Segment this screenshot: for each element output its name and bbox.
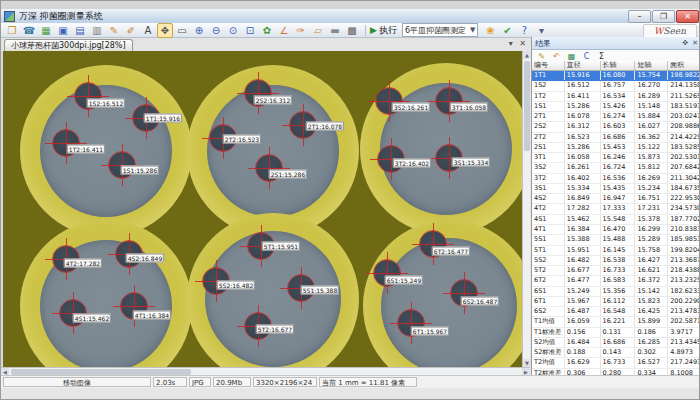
table-cell: 3.9717 [668,328,700,337]
help-dropdown-icon[interactable]: ▾ [533,23,549,38]
erase-icon[interactable]: ▬ [327,23,343,38]
run-group[interactable]: ▶ 执行 [370,24,397,37]
sum-icon[interactable]: Σ [595,51,608,62]
select-region-icon[interactable]: ▭ [174,23,190,38]
maximize-button[interactable]: ❐ [652,10,675,23]
scroll-up-icon[interactable]: ▲ [523,51,531,59]
table-row[interactable]: 5T216.67716.73316.621218.4388 [532,266,700,276]
text-label-icon[interactable]: A [140,23,156,38]
print-icon[interactable]: ▥ [89,23,105,38]
acquire-icon[interactable]: ☎ [21,23,37,38]
table-row[interactable]: 4T116.38416.47016.299210.8383 [532,225,700,235]
measure-angle-icon[interactable]: ∠ [276,23,292,38]
table-row[interactable]: 2S216.31216.60316.027208.9886 [532,122,700,132]
table-cell: 6T2 [532,276,565,285]
table-cell: 16.733 [601,358,636,367]
table-row[interactable]: T1均值16.05916.22115.899202.5871 [532,317,700,327]
table-row[interactable]: T1标准差0.1560.1310.1863.9717 [532,328,700,338]
save-all-icon[interactable]: ▤ [72,23,88,38]
run-button-label[interactable]: 执行 [379,24,397,37]
table-cell: 5T2 [532,266,565,275]
vscroll-thumb[interactable] [524,61,530,151]
measurement-label: 6T2:16.477 [432,247,470,256]
results-table[interactable]: 编号直径长轴短轴面积1T115.91616.08015.754198.98221… [532,61,700,375]
table-row[interactable]: 1T216.41116.53416.289211.5265 [532,92,700,102]
export-excel-icon[interactable]: ▦ [565,51,578,62]
table-row[interactable]: 2T116.07816.27415.884203.0247 [532,112,700,122]
pin-icon[interactable]: ✜ [682,39,688,47]
confirm-icon[interactable]: ✔ [499,23,515,38]
undo-icon[interactable]: ↶ [550,51,563,62]
picker-icon[interactable]: ✿ [259,23,275,38]
horizontal-scrollbar[interactable]: ◀ ▶ [1,367,530,375]
measure-mode-select[interactable]: 6平皿抑菌圈测定 ▼ [402,23,478,37]
table-row[interactable]: 3T216.40216.53616.269211.3042 [532,174,700,184]
measurement-label: 1S1:15.286 [121,166,159,175]
table-row[interactable]: 6S115.24915.35615.142182.6233 [532,287,700,297]
open-image-icon[interactable]: ❐ [4,23,20,38]
table-cell: 187.7702 [668,215,700,224]
table-row[interactable]: T2均值16.62916.73316.527217.2493 [532,358,700,368]
table-cell: 16.523 [565,133,601,142]
measurement-label: 2S2:16.312 [254,96,292,105]
calibrate-icon[interactable]: ▱ [310,23,326,38]
draw-icon[interactable]: ✐ [123,23,139,38]
table-row[interactable]: 1S115.28615.42615.148183.5193 [532,102,700,112]
table-cell: 15.234 [635,184,668,193]
table-row[interactable]: 2S115.28615.45315.122183.5285 [532,143,700,153]
table-row[interactable]: 4S216.84916.94716.751222.9530 [532,194,700,204]
edit-pencil-icon[interactable]: ✎ [106,23,122,38]
table-cell: S2均值 [532,338,565,347]
image-canvas[interactable]: 1S2:16.5121T1:15.9161T2:16.4111S1:15.286… [1,51,522,367]
save-icon[interactable]: ▣ [55,23,71,38]
table-cell: 15.142 [635,287,668,296]
table-cell: 15.812 [635,163,668,172]
table-row[interactable]: 2T216.52316.68616.362214.4225 [532,133,700,143]
table-row[interactable]: 3S216.26116.72415.812207.6842 [532,163,700,173]
panel-close-icon[interactable]: ✕ [692,39,698,47]
scroll-down-icon[interactable]: ▼ [523,359,531,367]
table-row[interactable]: 4T217.28217.33317.231234.5730 [532,204,700,214]
table-row[interactable]: 3S115.33415.43515.234184.6735 [532,184,700,194]
measurement-label: 4T2:17.282 [64,259,102,268]
table-row[interactable]: 1T115.91616.08015.754198.9822 [532,71,700,81]
vertical-scrollbar[interactable]: ▲ ▼ [522,51,530,367]
measurement-label: 6S2:16.487 [461,297,499,306]
table-row[interactable]: 5T115.95116.14515.758199.8204 [532,246,700,256]
mark-icon[interactable]: ✎ [535,51,548,62]
table-row[interactable]: 5S115.38815.48815.289185.9853 [532,235,700,245]
clear-icon[interactable]: C [580,51,593,62]
table-cell: S2标准差 [532,348,565,357]
grid-icon[interactable]: ▩ [344,23,360,38]
measurement-label: 4S2:16.849 [126,254,164,263]
table-cell: 207.6842 [668,163,700,172]
zoom-actual-icon[interactable]: ⊙ [225,23,241,38]
table-cell: 16.686 [601,338,636,347]
table-row[interactable]: S2均值16.48416.68616.285213.4345 [532,338,700,348]
zoom-in-icon[interactable]: ⊕ [191,23,207,38]
tab-list-icon[interactable]: ▾ [509,39,513,48]
table-cell: 15.378 [635,215,668,224]
zoom-out-icon[interactable]: ⊖ [208,23,224,38]
minimize-button[interactable]: – [628,10,651,23]
table-cell: 16.629 [565,358,601,367]
table-cell: 16.677 [565,266,601,275]
tab-close-icon[interactable]: ✕ [519,39,526,48]
table-row[interactable]: S2标准差0.1880.1430.3024.8973 [532,348,700,358]
pan-hand-icon[interactable]: ✥ [157,23,173,38]
table-row[interactable]: 4S115.46215.54815.378187.7702 [532,215,700,225]
table-row[interactable]: 3T116.05816.24615.873202.5301 [532,153,700,163]
measure-line-icon[interactable]: ✑ [293,23,309,38]
table-row[interactable]: 5S216.48216.53816.427213.3687 [532,256,700,266]
table-cell: 16.477 [565,276,601,285]
settings-flower-icon[interactable]: ❀ [482,23,498,38]
table-row[interactable]: 6T216.47716.58316.372213.2325 [532,276,700,286]
measurement-label: 5S1:15.388 [301,286,339,295]
close-button[interactable]: ✕ [676,10,699,23]
table-row[interactable]: 6S216.48716.54816.425213.4783 [532,307,700,317]
gallery-icon[interactable]: ▦ [38,23,54,38]
table-row[interactable]: 6T115.96716.11215.823200.2290 [532,297,700,307]
help-icon[interactable]: ? [516,23,532,38]
table-row[interactable]: 1S216.51216.75716.270214.1358 [532,81,700,91]
zoom-fit-icon[interactable]: ⊡ [242,23,258,38]
